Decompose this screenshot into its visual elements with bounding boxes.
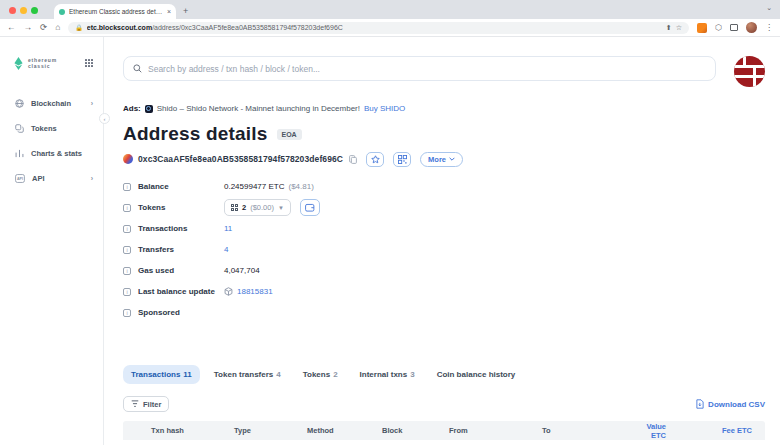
share-icon[interactable]: ⬆ xyxy=(666,24,672,32)
sidebar-item-tokens[interactable]: Tokens xyxy=(0,116,103,141)
detail-row-gas-used: i Gas used 4,047,704 xyxy=(123,260,765,281)
tab-token-transfers[interactable]: Token transfers4 xyxy=(206,365,289,384)
info-icon: i xyxy=(123,309,131,317)
page-title: Address details xyxy=(123,123,268,145)
sidebar-item-charts-stats[interactable]: Charts & stats xyxy=(0,141,103,166)
sidebar-item-blockchain[interactable]: Blockchain › xyxy=(0,91,103,116)
address-identicon xyxy=(123,154,133,164)
tab-internal-txns[interactable]: Internal txns3 xyxy=(352,365,423,384)
info-icon: i xyxy=(123,267,131,275)
tokens-dropdown-button[interactable]: 2 ($0.00) ▼ xyxy=(224,199,291,216)
address-bar[interactable]: 🔒 etc.blockscout.com/address/0xc3CaaAF5f… xyxy=(68,22,689,34)
apps-grid-icon[interactable] xyxy=(85,59,93,67)
col-value-etc[interactable]: Value ETC xyxy=(635,422,666,440)
col-from: From xyxy=(449,426,542,435)
window-controls[interactable] xyxy=(0,7,46,19)
detail-row-last-balance-update: i Last balance update 18815831 xyxy=(123,281,765,302)
balance-value: 0.24599477 ETC xyxy=(224,182,285,191)
col-txn-hash: Txn hash xyxy=(151,426,234,435)
ethereum-classic-logo-icon xyxy=(14,57,23,70)
logo-text: ethereumclassic xyxy=(28,57,85,70)
extensions-puzzle-icon[interactable]: ⬡ xyxy=(715,23,722,32)
download-document-icon xyxy=(696,399,704,409)
table-header-row: Txn hash Type Method Block From To Value… xyxy=(123,421,765,440)
chevron-down-icon xyxy=(449,157,455,161)
sidebar-collapse-button[interactable]: ‹ xyxy=(99,113,110,124)
reload-icon[interactable]: ⟳ xyxy=(40,23,47,32)
col-to: To xyxy=(542,426,635,435)
browser-toolbar: ← → ⟳ ⌂ 🔒 etc.blockscout.com/address/0xc… xyxy=(0,19,780,37)
search-box[interactable] xyxy=(123,56,716,81)
sidebar-menu: Blockchain › Tokens Charts & stats API A… xyxy=(0,91,103,191)
globe-icon xyxy=(15,99,24,108)
main-content: Ads: Shido – Shido Network - Mainnet lau… xyxy=(104,37,780,445)
chevron-right-icon: › xyxy=(91,100,93,107)
chevron-down-icon: ▼ xyxy=(278,205,284,211)
filter-button[interactable]: Filter xyxy=(123,396,169,412)
logo[interactable]: ethereumclassic xyxy=(0,53,103,73)
transfers-count-link[interactable]: 4 xyxy=(224,245,228,254)
transactions-count-link[interactable]: 11 xyxy=(224,224,232,233)
filter-funnel-icon xyxy=(131,400,139,408)
ad-link[interactable]: Buy SHIDO xyxy=(364,104,405,113)
address-details-list: i Balance 0.24599477 ETC ($4.81) i Token… xyxy=(123,176,765,323)
wallet-icon xyxy=(305,203,315,212)
kebab-menu-icon[interactable]: ⋮ xyxy=(765,23,773,32)
qr-code-button[interactable] xyxy=(393,152,411,167)
chevron-right-icon: › xyxy=(91,175,93,182)
table-toolbar: Filter Download CSV xyxy=(123,396,765,412)
col-fee-etc[interactable]: Fee ETC xyxy=(666,426,752,435)
bookmark-star-icon[interactable]: ☆ xyxy=(676,24,682,32)
api-icon: API xyxy=(15,174,25,183)
minimize-window-button[interactable] xyxy=(20,7,27,14)
search-input[interactable] xyxy=(148,64,706,74)
back-icon[interactable]: ← xyxy=(7,23,16,32)
ad-text: Shido – Shido Network - Mainnet launchin… xyxy=(157,104,360,113)
address-row: 0xc3CaaAF5fe8ea0AB5358581794f578203def69… xyxy=(123,150,765,168)
sidebar-item-api[interactable]: API API › xyxy=(0,166,103,191)
sidebar: ethereumclassic Blockchain › Tokens xyxy=(0,37,104,445)
network-logo xyxy=(734,56,765,87)
url-text: etc.blockscout.com/address/0xc3CaaAF5fe8… xyxy=(87,24,343,31)
more-button[interactable]: More xyxy=(420,152,463,167)
col-type: Type xyxy=(234,426,307,435)
metamask-icon[interactable] xyxy=(697,23,707,33)
forward-icon[interactable]: → xyxy=(24,23,33,32)
tab-search-chevron-icon[interactable]: ⌄ xyxy=(766,4,772,12)
tab-tokens[interactable]: Tokens2 xyxy=(295,365,346,384)
screen: Ethereum Classic address det… × + ⌄ ← → … xyxy=(0,0,780,445)
copy-icon[interactable] xyxy=(349,155,357,164)
sidepanel-icon[interactable] xyxy=(730,24,738,31)
tokens-grid-icon xyxy=(231,204,238,211)
info-icon: i xyxy=(123,204,131,212)
info-icon: i xyxy=(123,225,131,233)
wallet-button[interactable] xyxy=(300,199,320,216)
block-number-link[interactable]: 18815831 xyxy=(237,287,273,296)
tab-close-icon[interactable]: × xyxy=(167,8,171,15)
ads-label: Ads: xyxy=(123,104,141,113)
close-window-button[interactable] xyxy=(9,7,16,14)
new-tab-button[interactable]: + xyxy=(183,6,188,16)
info-icon: i xyxy=(123,183,131,191)
bar-chart-icon xyxy=(15,149,24,158)
info-icon: i xyxy=(123,288,131,296)
qr-code-icon xyxy=(398,155,407,164)
zoom-window-button[interactable] xyxy=(31,7,38,14)
detail-row-sponsored: i Sponsored xyxy=(123,302,765,323)
app-body: ‹ ethereumclassic Blockchain › xyxy=(0,37,780,445)
search-icon xyxy=(133,64,142,73)
svg-text:API: API xyxy=(17,177,23,181)
browser-profile-avatar[interactable] xyxy=(746,22,757,33)
detail-row-transactions: i Transactions 11 xyxy=(123,218,765,239)
download-csv-link[interactable]: Download CSV xyxy=(696,399,765,409)
gas-used-value: 4,047,704 xyxy=(224,266,260,275)
home-icon[interactable]: ⌂ xyxy=(55,23,60,32)
lock-icon: 🔒 xyxy=(75,24,83,31)
ads-banner: Ads: Shido – Shido Network - Mainnet lau… xyxy=(123,104,765,113)
tab-coin-balance-history[interactable]: Coin balance history xyxy=(429,365,524,384)
browser-tab[interactable]: Ethereum Classic address det… × xyxy=(54,4,176,19)
favorite-star-button[interactable] xyxy=(366,152,384,167)
star-icon xyxy=(371,155,380,164)
tab-transactions[interactable]: Transactions11 xyxy=(123,365,200,384)
page-header: Address details EOA xyxy=(123,123,765,145)
